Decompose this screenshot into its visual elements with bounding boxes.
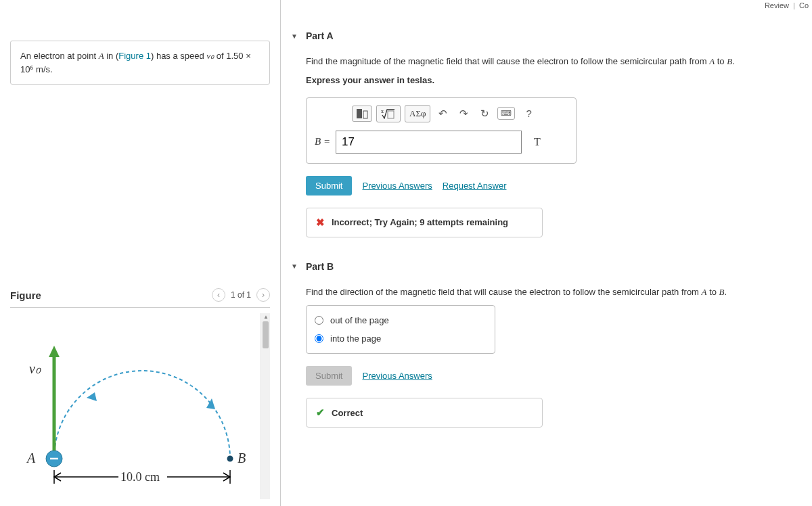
figure-content: v₀ A B 10.0 cm [10,313,261,499]
partB-title: Part B [306,261,334,272]
partB-collapse-icon[interactable]: ▼ [291,262,298,270]
radio-into[interactable] [315,334,323,343]
partA-answer-input[interactable] [336,131,522,154]
dimension-label: 10.0 cm [120,470,160,484]
partB-previous-answers-link[interactable]: Previous Answers [362,371,432,381]
reset-button[interactable]: ↻ [476,105,493,122]
review-link[interactable]: Review [765,1,789,9]
text: ) has a speed [151,51,206,61]
templates-button[interactable]: ΑΣφ [405,105,430,122]
text: . [50,64,53,74]
svg-rect-12 [363,111,367,118]
text: of [214,51,226,61]
partB-options: out of the page into the page [306,305,495,354]
figure-next-button[interactable]: › [256,288,270,302]
partB-feedback: ✔ Correct [306,398,543,428]
option-into-page[interactable]: into the page [315,329,487,348]
correct-icon: ✔ [316,407,325,419]
radio-out[interactable] [315,316,323,325]
v0-label: v₀ [29,361,41,377]
scroll-up-icon: ▲ [263,314,269,320]
B-label: B [238,451,246,466]
svg-point-6 [227,456,233,462]
text: in ( [104,51,119,61]
option-out-label: out of the page [330,315,389,325]
svg-rect-11 [357,109,362,118]
figure-diagram [17,320,261,496]
undo-button[interactable]: ↶ [434,105,451,122]
top-links: Review | Co [765,1,809,9]
partA-instruction: Express your answer in teslas. [306,75,802,85]
partA-title: Part A [306,30,334,41]
svg-text:x: x [381,108,384,114]
partA-unit: T [534,136,541,148]
partB-feedback-text: Correct [332,408,363,418]
partB-question: Find the direction of the magnetic field… [306,285,802,299]
partA-feedback: ✖ Incorrect; Try Again; 9 attempts remai… [306,208,543,237]
partA-feedback-text: Incorrect; Try Again; 9 attempts remaini… [332,217,508,227]
text: An electron at point [20,51,99,61]
partB-submit-button: Submit [306,366,352,386]
problem-statement: An electron at point A in (Figure 1) has… [10,41,270,85]
A-label: A [27,451,35,466]
partA-request-answer-link[interactable]: Request Answer [443,181,507,191]
co-link[interactable]: Co [799,1,809,9]
partA-submit-button[interactable]: Submit [306,176,352,196]
figure-counter: 1 of 1 [231,290,251,300]
figure-prev-button[interactable]: ‹ [212,288,225,302]
var-v0: v₀ [206,51,214,61]
keyboard-button[interactable]: ⌨ [497,107,515,120]
partA-lhs: B = [315,136,330,147]
format-button[interactable] [352,106,372,122]
scrollbar-thumb[interactable] [263,321,269,348]
svg-marker-0 [87,392,97,401]
partA-previous-answers-link[interactable]: Previous Answers [362,181,432,191]
left-panel: An electron at point A in (Figure 1) has… [0,0,281,506]
figure-title: Figure [10,290,41,301]
sqrt-button[interactable]: x [376,105,401,122]
var-A: A [99,51,104,61]
option-into-label: into the page [330,334,381,344]
svg-marker-1 [206,398,215,409]
partA-collapse-icon[interactable]: ▼ [291,32,298,40]
partA-answer-box: x ΑΣφ ↶ ↷ ↻ ⌨ ? B = T [306,97,577,164]
help-button[interactable]: ? [522,105,535,122]
option-out-of-page[interactable]: out of the page [315,311,487,329]
partA-question: Find the magnitude of the magnetic field… [306,55,802,68]
svg-marker-3 [49,346,60,357]
figure-scrollbar[interactable]: ▲ [261,313,270,499]
figure-ref-link[interactable]: Figure 1 [118,51,151,61]
redo-button[interactable]: ↷ [455,105,472,122]
svg-rect-14 [388,111,394,118]
incorrect-icon: ✖ [316,216,325,229]
